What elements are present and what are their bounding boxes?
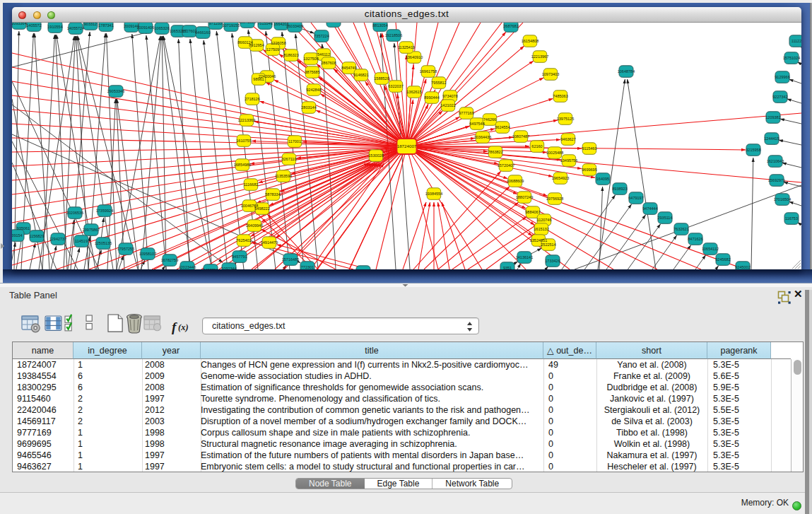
svg-text:12505135: 12505135 bbox=[95, 241, 112, 245]
svg-text:8813054: 8813054 bbox=[326, 23, 341, 23]
svg-text:3875685: 3875685 bbox=[305, 70, 319, 74]
svg-text:2718126: 2718126 bbox=[245, 97, 259, 101]
svg-text:11325419: 11325419 bbox=[398, 45, 415, 49]
svg-text:6322037: 6322037 bbox=[388, 84, 403, 88]
svg-text:9777169: 9777169 bbox=[459, 111, 473, 115]
svg-text:6466160: 6466160 bbox=[195, 30, 210, 35]
svg-text:7955812: 7955812 bbox=[431, 81, 446, 85]
svg-text:7625402: 7625402 bbox=[236, 238, 251, 243]
svg-text:1910554: 1910554 bbox=[47, 25, 62, 29]
svg-text:1530028: 1530028 bbox=[368, 153, 383, 158]
svg-text:935061: 935061 bbox=[17, 226, 30, 230]
svg-text:19756928: 19756928 bbox=[546, 197, 563, 201]
svg-text:1405572: 1405572 bbox=[26, 23, 41, 28]
svg-text:9457791: 9457791 bbox=[232, 255, 247, 259]
svg-text:6479197: 6479197 bbox=[628, 196, 643, 200]
svg-text:9457791: 9457791 bbox=[203, 268, 218, 269]
svg-text:2867608: 2867608 bbox=[321, 61, 336, 65]
svg-text:7863822: 7863822 bbox=[488, 150, 502, 154]
svg-text:19218506: 19218506 bbox=[385, 33, 402, 37]
svg-text:10648784: 10648784 bbox=[618, 69, 635, 74]
svg-text:3215958: 3215958 bbox=[746, 148, 760, 152]
svg-text:1615132: 1615132 bbox=[534, 227, 548, 231]
svg-text:17016504: 17016504 bbox=[774, 197, 791, 201]
svg-text:127509: 127509 bbox=[266, 47, 279, 52]
svg-text:16033409: 16033409 bbox=[286, 24, 303, 28]
svg-text:8938923: 8938923 bbox=[612, 187, 627, 191]
svg-text:9245002: 9245002 bbox=[735, 265, 750, 269]
svg-text:15692971: 15692971 bbox=[768, 178, 785, 182]
svg-text:2522514: 2522514 bbox=[541, 243, 555, 247]
svg-text:1327508: 1327508 bbox=[303, 57, 318, 61]
svg-text:1209382: 1209382 bbox=[765, 115, 780, 119]
svg-text:16671355: 16671355 bbox=[239, 23, 256, 24]
svg-text:15751024: 15751024 bbox=[783, 56, 800, 60]
svg-text:2687682: 2687682 bbox=[503, 24, 518, 28]
svg-text:7485063: 7485063 bbox=[553, 94, 567, 98]
svg-text:9129966: 9129966 bbox=[775, 75, 789, 79]
svg-text:9734078: 9734078 bbox=[442, 94, 457, 98]
svg-text:14136141: 14136141 bbox=[516, 255, 533, 259]
svg-text:20206536: 20206536 bbox=[66, 211, 83, 215]
svg-text:1421022: 1421022 bbox=[440, 103, 455, 107]
svg-text:19654923: 19654923 bbox=[552, 176, 569, 180]
svg-text:1787341: 1787341 bbox=[98, 23, 113, 28]
svg-text:12213967: 12213967 bbox=[531, 54, 548, 59]
svg-text:f: f bbox=[172, 320, 177, 334]
svg-text:2803144: 2803144 bbox=[301, 105, 316, 110]
svg-text:8471626: 8471626 bbox=[688, 237, 702, 241]
svg-text:14914479: 14914479 bbox=[261, 240, 278, 245]
svg-text:9227342: 9227342 bbox=[772, 95, 787, 99]
svg-text:20364436: 20364436 bbox=[474, 135, 491, 139]
svg-text:15720407: 15720407 bbox=[498, 163, 514, 168]
svg-text:13495756: 13495756 bbox=[560, 158, 577, 163]
svg-text:546112: 546112 bbox=[317, 52, 330, 57]
svg-text:16961758: 16961758 bbox=[420, 69, 437, 74]
svg-text:9115460: 9115460 bbox=[582, 146, 596, 151]
svg-text:29053346: 29053346 bbox=[107, 89, 124, 93]
svg-text:98961: 98961 bbox=[253, 77, 264, 81]
svg-text:7515546: 7515546 bbox=[257, 23, 272, 25]
svg-text:9242848: 9242848 bbox=[306, 88, 321, 92]
svg-text:1226058: 1226058 bbox=[271, 41, 286, 45]
svg-text:1610755: 1610755 bbox=[236, 139, 251, 143]
svg-text:12942737: 12942737 bbox=[49, 237, 66, 241]
svg-text:16854986: 16854986 bbox=[234, 163, 251, 167]
svg-text:2093364: 2093364 bbox=[12, 23, 27, 25]
svg-text:13975125: 13975125 bbox=[557, 117, 574, 121]
svg-text:9699695: 9699695 bbox=[582, 168, 596, 172]
svg-text:14055724: 14055724 bbox=[67, 26, 84, 30]
svg-text:971233: 971233 bbox=[209, 23, 222, 25]
svg-text:10719155: 10719155 bbox=[223, 23, 240, 28]
svg-text:10958107: 10958107 bbox=[139, 252, 156, 256]
svg-text:1244415: 1244415 bbox=[764, 136, 779, 141]
svg-text:9474444: 9474444 bbox=[642, 206, 657, 211]
svg-text:18807249: 18807249 bbox=[516, 195, 533, 199]
svg-text:1120746: 1120746 bbox=[536, 218, 551, 222]
svg-text:8660124: 8660124 bbox=[237, 40, 252, 45]
svg-text:903312: 903312 bbox=[84, 23, 97, 26]
svg-text:9146821: 9146821 bbox=[353, 73, 368, 77]
svg-text:19384554: 19384554 bbox=[425, 192, 442, 196]
svg-text:16210643: 16210643 bbox=[767, 159, 784, 163]
svg-text:10025488: 10025488 bbox=[546, 151, 563, 155]
svg-text:12023446: 12023446 bbox=[179, 265, 196, 269]
svg-text:1588520: 1588520 bbox=[374, 76, 389, 81]
svg-text:16409946: 16409946 bbox=[246, 223, 263, 228]
svg-text:18724007: 18724007 bbox=[397, 144, 417, 148]
svg-text:(x): (x) bbox=[178, 322, 189, 332]
svg-text:8454749: 8454749 bbox=[341, 66, 356, 70]
svg-text:23975867: 23975867 bbox=[83, 228, 100, 232]
svg-text:11122: 11122 bbox=[792, 39, 801, 43]
svg-text:9245682: 9245682 bbox=[715, 257, 730, 262]
svg-text:11353594: 11353594 bbox=[275, 174, 292, 178]
svg-text:746266: 746266 bbox=[483, 117, 496, 122]
svg-text:9351: 9351 bbox=[503, 266, 512, 269]
svg-text:9884067: 9884067 bbox=[525, 210, 540, 214]
svg-text:3267110: 3267110 bbox=[281, 157, 296, 161]
svg-text:6497548: 6497548 bbox=[469, 122, 484, 126]
svg-text:7632621: 7632621 bbox=[673, 227, 688, 231]
svg-text:8813054: 8813054 bbox=[372, 23, 387, 28]
svg-text:3624554: 3624554 bbox=[495, 125, 510, 129]
svg-text:10973403: 10973403 bbox=[542, 72, 559, 76]
